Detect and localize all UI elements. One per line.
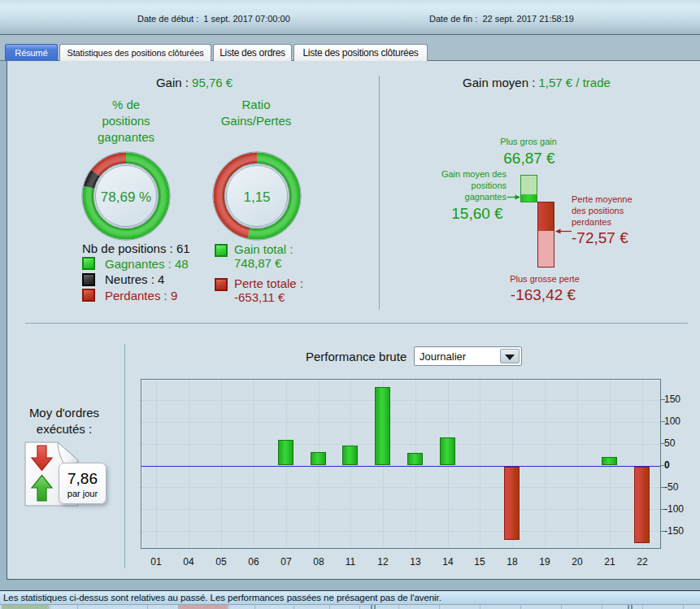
svg-text:78,69 %: 78,69 % [101,189,151,205]
svg-text:1,15: 1,15 [243,189,270,205]
